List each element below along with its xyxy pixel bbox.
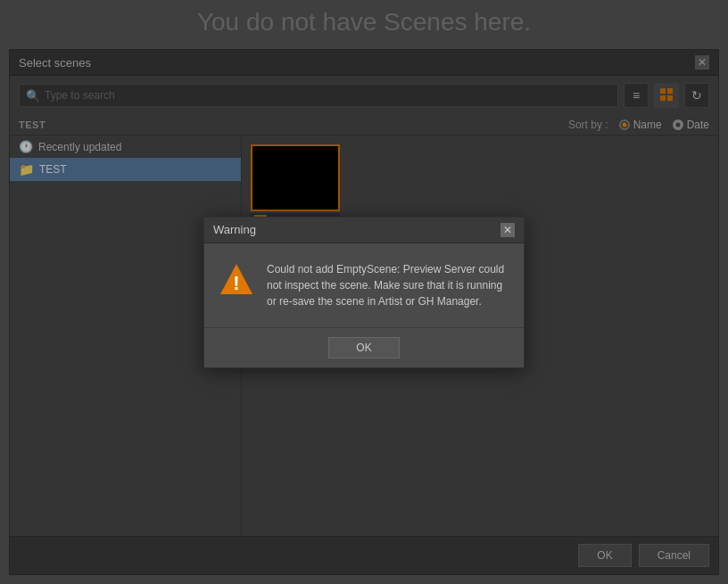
warning-dialog: Warning ✕ ! Could not add EmptyScene: Pr… — [203, 217, 525, 368]
warning-body: ! Could not add EmptyScene: Preview Serv… — [204, 243, 524, 327]
warning-triangle-icon: ! — [219, 261, 254, 297]
warning-footer: OK — [204, 327, 524, 367]
warning-close-button[interactable]: ✕ — [500, 223, 515, 237]
warning-ok-button[interactable]: OK — [328, 337, 399, 358]
warning-title: Warning — [213, 223, 256, 236]
svg-text:!: ! — [233, 272, 239, 294]
warning-overlay: Warning ✕ ! Could not add EmptyScene: Pr… — [0, 0, 728, 584]
warning-message: Could not add EmptyScene: Preview Server… — [267, 261, 509, 309]
warning-titlebar: Warning ✕ — [204, 218, 524, 243]
